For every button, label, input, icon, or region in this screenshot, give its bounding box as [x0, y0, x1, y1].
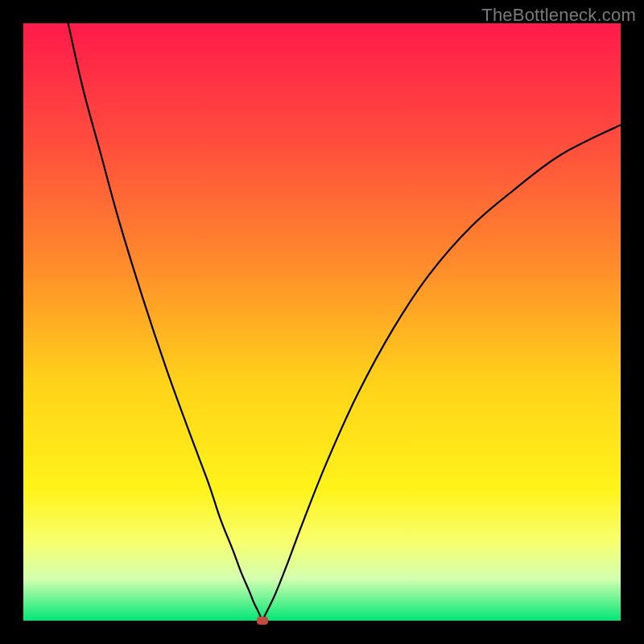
curve-right-segment [263, 125, 621, 619]
min-marker [257, 617, 268, 625]
plot-area [23, 23, 621, 621]
bottleneck-curve [23, 23, 621, 621]
curve-left-segment [68, 23, 262, 620]
watermark-text: TheBottleneck.com [481, 5, 636, 26]
